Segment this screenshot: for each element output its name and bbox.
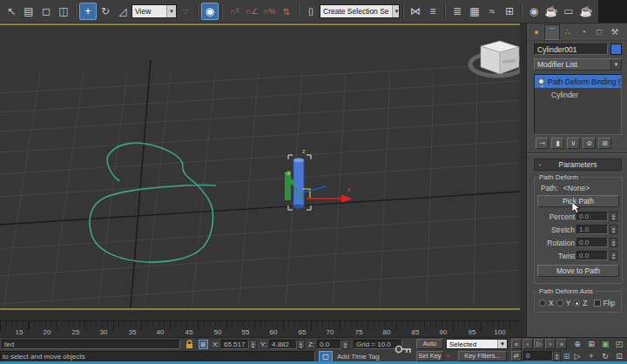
object-color-swatch[interactable] [610, 44, 622, 55]
flip-checkbox[interactable] [594, 300, 601, 307]
perspective-viewport[interactable]: x y z FRONT [0, 24, 520, 310]
axis-z-radio[interactable] [573, 300, 580, 307]
make-unique-icon[interactable]: ∨ [567, 138, 580, 149]
twist-spinner[interactable]: ▴▾ [610, 251, 617, 260]
select-and-rotate-icon[interactable]: ↻ [97, 3, 114, 20]
time-configuration-icon[interactable]: ⊞ [563, 352, 570, 361]
play-button[interactable]: ▷ [534, 339, 544, 349]
layer-manager-icon[interactable]: ≣ [448, 3, 466, 20]
spinner-snap-icon[interactable]: ⇅ [278, 3, 295, 20]
edit-named-selection-sets-icon[interactable]: {} [302, 3, 320, 20]
current-frame-input[interactable]: 0 [523, 351, 553, 361]
pan-icon[interactable]: + [585, 351, 597, 361]
twist-input[interactable]: 0.0 [576, 251, 608, 260]
select-by-name-icon[interactable]: ▤ [20, 3, 37, 20]
chevron-down-icon[interactable]: ▾ [166, 5, 176, 17]
named-selection-set-dropdown[interactable]: Create Selection Se ▾ [320, 4, 400, 18]
x-spinner[interactable]: ▴▾ [249, 340, 257, 349]
select-and-scale-icon[interactable]: ◿ [114, 3, 131, 20]
frame-spinner[interactable]: ▴▾ [553, 351, 561, 361]
modifier-stack-item-cylinder[interactable]: Cylinder [535, 88, 621, 101]
zoom-region-icon[interactable]: ◰ [613, 339, 625, 349]
x-coordinate-input[interactable]: 65.517 [221, 340, 249, 349]
axis-x-radio[interactable] [539, 300, 546, 307]
toolbox-icon[interactable]: ▦ [466, 3, 483, 20]
reference-coordinate-dropdown[interactable]: View ▾ [131, 4, 177, 18]
z-coordinate-input[interactable]: 0.0 [317, 340, 341, 349]
spline-curve[interactable] [90, 143, 216, 262]
y-coordinate-input[interactable]: 4.882 [269, 340, 297, 349]
y-spinner[interactable]: ▴▾ [297, 340, 305, 349]
remove-modifier-icon[interactable]: ⊘ [583, 138, 596, 149]
tab-create-icon[interactable]: ● [529, 24, 544, 40]
select-and-manipulate-icon[interactable]: ◉ [201, 3, 219, 20]
z-spinner[interactable]: ▴▾ [341, 340, 349, 349]
show-end-result-icon[interactable]: ▮ [551, 138, 564, 149]
key-mode-toggle-icon[interactable]: ⇄ [511, 351, 522, 361]
use-center-icon[interactable]: ∵ [177, 3, 194, 20]
selection-lock-icon[interactable] [185, 340, 194, 349]
cylinder-object[interactable] [293, 158, 304, 209]
rendered-frame-icon[interactable]: ▭ [560, 3, 577, 20]
window-crossing-icon[interactable]: ◫ [55, 3, 72, 20]
select-object-icon[interactable]: ↖ [3, 3, 20, 20]
modifier-stack-item-path-deform[interactable]: Path Deform Binding (WS [535, 75, 621, 88]
track-bar[interactable] [0, 310, 520, 321]
render-setup-icon[interactable]: ☕ [543, 3, 560, 20]
configure-modifier-sets-icon[interactable]: ⊞ [598, 138, 611, 149]
snap-toggle-icon[interactable]: ∩³ [226, 3, 243, 20]
zoom-extents-icon[interactable]: ▣ [599, 339, 611, 349]
tab-motion-icon[interactable]: ◔ [576, 24, 591, 40]
chevron-down-icon[interactable]: ▾ [610, 59, 621, 70]
parameters-rollout-header[interactable]: - Parameters [534, 158, 622, 171]
align-icon[interactable]: ≡ [424, 3, 442, 20]
rotation-input[interactable]: 0.0 [576, 238, 608, 247]
stretch-input[interactable]: 1.0 [576, 225, 608, 234]
viewport-canvas[interactable]: x y z FRONT [0, 25, 520, 308]
pin-stack-icon[interactable]: ⊸ [536, 138, 549, 149]
modifier-list-dropdown[interactable]: Modifier List ▾ [534, 58, 622, 71]
mirror-icon[interactable]: ⋈ [407, 3, 424, 20]
angle-snap-icon[interactable]: ∩∠ [243, 3, 260, 20]
percent-snap-icon[interactable]: ∩% [260, 3, 278, 20]
selection-set-filter-dropdown[interactable]: Selected ▾ [446, 339, 508, 349]
maximize-viewport-icon[interactable]: ⊡ [613, 351, 625, 361]
collapse-icon[interactable]: - [535, 160, 545, 169]
material-editor-icon[interactable]: ◉ [525, 3, 543, 20]
schematic-view-icon[interactable]: ⊞ [501, 3, 518, 20]
move-to-path-button[interactable]: Move to Path [537, 265, 619, 277]
key-filters-button[interactable]: Key Filters... [458, 351, 507, 361]
pick-path-button[interactable]: Pick Path [537, 195, 619, 207]
tab-hierarchy-icon[interactable]: ∴ [560, 24, 576, 40]
modifier-enabled-bulb-icon[interactable] [538, 78, 544, 84]
render-production-icon[interactable]: ☕ [577, 3, 595, 20]
chevron-down-icon[interactable]: ▾ [392, 5, 400, 17]
zoom-icon[interactable]: ⊕ [571, 339, 583, 349]
next-frame-button[interactable]: › [545, 339, 556, 349]
rotation-spinner[interactable]: ▴▾ [610, 238, 617, 247]
go-to-end-button[interactable]: » [556, 339, 567, 349]
curve-editor-icon[interactable]: ≈ [483, 3, 501, 20]
tab-modify-icon[interactable]: ⌒ [544, 24, 560, 40]
field-of-view-icon[interactable]: ▷ [571, 351, 583, 361]
set-key-button[interactable]: Set Key [416, 351, 443, 361]
tab-utilities-icon[interactable]: ⚒ [607, 24, 623, 40]
stretch-spinner[interactable]: ▴▾ [610, 225, 617, 234]
previous-frame-button[interactable]: ‹ [522, 339, 533, 349]
green-object[interactable] [285, 172, 291, 201]
auto-key-button[interactable]: Auto Key [416, 339, 443, 349]
percent-input[interactable]: 0.0 [576, 212, 608, 221]
object-name-input[interactable]: Cylinder001 [534, 44, 608, 55]
orbit-icon[interactable]: ↻ [599, 351, 611, 361]
viewcube[interactable]: FRONT [470, 41, 520, 76]
zoom-all-icon[interactable]: ⊞ [585, 339, 597, 349]
time-slider-ruler[interactable]: 15 20 25 30 35 40 45 50 55 60 65 70 75 8… [0, 321, 520, 337]
go-to-start-button[interactable]: « [511, 339, 522, 349]
absolute-mode-icon[interactable]: ⊞ [199, 340, 208, 349]
set-keys-key-icon[interactable] [394, 340, 413, 359]
chevron-down-icon[interactable]: ▾ [497, 340, 507, 348]
select-and-move-icon[interactable]: + [79, 3, 97, 20]
add-time-tag[interactable]: Add Time Tag [337, 353, 380, 361]
percent-spinner[interactable]: ▴▾ [610, 212, 617, 221]
axis-y-radio[interactable] [556, 300, 563, 307]
